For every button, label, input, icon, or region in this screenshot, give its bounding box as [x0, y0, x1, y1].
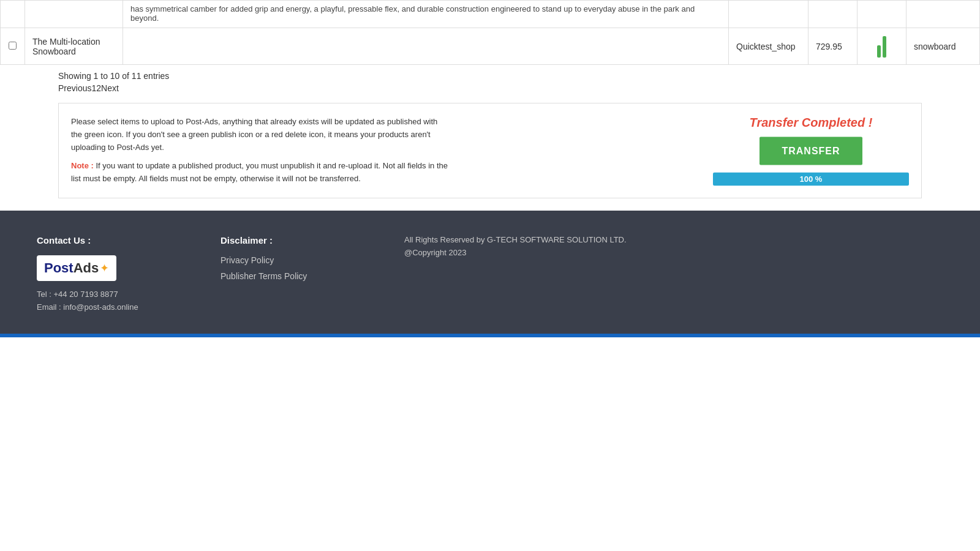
previous-page-link[interactable]: Previous — [58, 83, 91, 93]
footer-grid: Contact Us : Post Ads ✦ Tel : +44 20 719… — [37, 235, 943, 315]
note-label: Note : — [71, 161, 94, 170]
page-2-link[interactable]: 2 — [96, 83, 101, 93]
notice-main: Please select items to upload to Post-Ad… — [71, 116, 451, 154]
transfer-completed-text: Transfer Completed ! — [750, 115, 873, 129]
green-bars-icon — [877, 33, 886, 58]
privacy-policy-link[interactable]: Privacy Policy — [221, 255, 392, 265]
bar-1 — [877, 45, 881, 58]
notice-box: Please select items to upload to Post-Ad… — [58, 103, 922, 198]
footer-contact-col: Contact Us : Post Ads ✦ Tel : +44 20 719… — [37, 235, 208, 315]
progress-bar-container: 100 % — [713, 172, 909, 186]
logo-post-text: Post — [44, 260, 74, 276]
pagination-section: Showing 1 to 10 of 11 entries Previous12… — [0, 65, 980, 97]
publish-icon-cell — [858, 28, 907, 65]
email-address: info@post-ads.online — [63, 302, 138, 312]
footer-tel: Tel : +44 20 7193 8877 — [37, 290, 208, 299]
footer: Contact Us : Post Ads ✦ Tel : +44 20 719… — [0, 211, 980, 334]
notice-text: Please select items to upload to Post-Ad… — [71, 116, 451, 186]
logo-ads-text: Ads — [74, 260, 99, 276]
tel-label: Tel : — [37, 290, 51, 299]
description-empty — [123, 28, 729, 65]
product-type: snowboard — [907, 28, 980, 65]
footer-email: Email : info@post-ads.online — [37, 302, 208, 312]
bottom-bar — [0, 334, 980, 337]
table-row: The Multi-location Snowboard Quicktest_s… — [1, 28, 980, 65]
email-label: Email : — [37, 302, 61, 312]
notice-note: Note : If you want to update a published… — [71, 160, 451, 186]
icon-cell — [858, 1, 907, 28]
bar-2 — [883, 36, 886, 58]
copyright-text: @Copyright 2023 — [404, 248, 943, 257]
publisher-terms-link[interactable]: Publisher Terms Policy — [221, 271, 392, 281]
price-cell — [809, 1, 858, 28]
row-checkbox[interactable] — [9, 42, 17, 50]
price-value: 729.95 — [809, 28, 858, 65]
products-table: has symmetrical camber for added grip an… — [0, 0, 980, 65]
footer-logo: Post Ads ✦ — [37, 255, 116, 281]
transfer-area: Transfer Completed ! TRANSFER 100 % — [713, 115, 909, 186]
note-text: If you want to update a published produc… — [71, 161, 448, 183]
product-name-cell — [25, 1, 123, 28]
pagination-pages: Previous12Next — [58, 83, 980, 93]
rights-text: All Rights Reserved by G-TECH SOFTWARE S… — [404, 235, 943, 244]
disclaimer-heading: Disclaimer : — [221, 235, 392, 246]
product-name: The Multi-location Snowboard — [25, 28, 123, 65]
table-section: has symmetrical camber for added grip an… — [0, 0, 980, 65]
logo-star-icon: ✦ — [100, 261, 109, 275]
shop-name: Quicktest_shop — [729, 28, 809, 65]
checkbox-cell — [1, 1, 25, 28]
progress-percent: 100 % — [800, 174, 823, 184]
transfer-button[interactable]: TRANSFER — [760, 137, 862, 165]
entries-count: Showing 1 to 10 of 11 entries — [58, 71, 980, 81]
table-row: has symmetrical camber for added grip an… — [1, 1, 980, 28]
type-cell — [907, 1, 980, 28]
next-page-link[interactable]: Next — [101, 83, 119, 93]
tel-number: +44 20 7193 8877 — [53, 290, 118, 299]
description-cell: has symmetrical camber for added grip an… — [123, 1, 729, 28]
footer-disclaimer-col: Disclaimer : Privacy Policy Publisher Te… — [221, 235, 392, 315]
contact-heading: Contact Us : — [37, 235, 208, 246]
row-checkbox-cell[interactable] — [1, 28, 25, 65]
shop-cell — [729, 1, 809, 28]
footer-rights-col: All Rights Reserved by G-TECH SOFTWARE S… — [404, 235, 943, 315]
progress-bar-fill: 100 % — [713, 172, 909, 186]
